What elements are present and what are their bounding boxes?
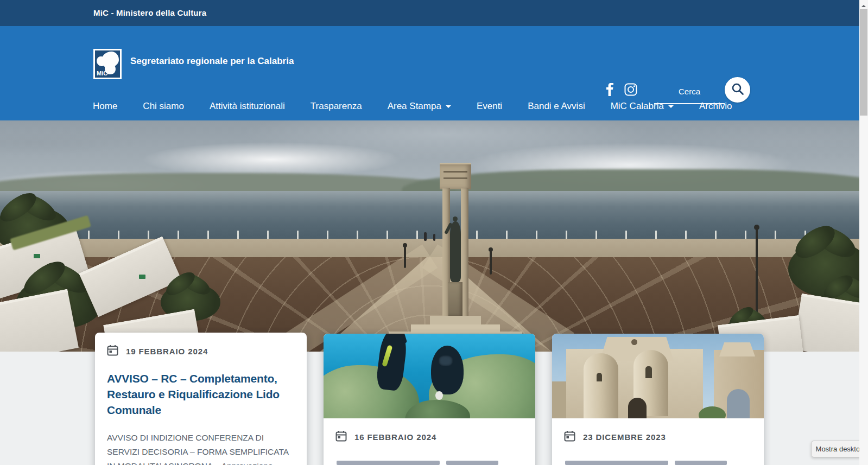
scrollbar-thumb[interactable] [860, 9, 867, 116]
news-date-row: 23 DICEMBRE 2023 [564, 430, 764, 443]
mic-logo[interactable]: MiC [93, 49, 122, 79]
nav-item-label: MiC Calabria [611, 101, 664, 112]
statue-icon [102, 52, 119, 68]
bollard [404, 246, 406, 268]
mic-logo-emblem: MiC [95, 50, 120, 78]
nav-item-home[interactable]: Home [93, 101, 117, 112]
stone-archway [714, 350, 764, 418]
site-name: Segretariato regionale per la Calabria [130, 56, 294, 67]
mic-logo-text: MiC [97, 70, 107, 77]
news-date-row: 19 FEBBRAIO 2024 [107, 345, 295, 358]
planter-box [793, 294, 859, 352]
pedestrian [433, 234, 435, 241]
browser-viewport: MiC - Ministero della Cultura MiC Segret… [0, 0, 868, 465]
news-date: 16 FEBBRAIO 2024 [354, 432, 436, 442]
pedestrian [424, 232, 427, 241]
facebook-icon[interactable] [606, 83, 613, 96]
nav-item-bandi-e-avvisi[interactable]: Bandi e Avvisi [528, 101, 585, 112]
news-title[interactable]: AVVISO – RC – Completamento, Restauro e … [107, 371, 295, 418]
divers-photo [324, 334, 535, 418]
site-header: MiC Segretariato regionale per la Calabr… [0, 26, 859, 120]
news-date: 19 FEBBRAIO 2024 [126, 347, 208, 356]
bollard [490, 251, 492, 275]
calendar-icon [107, 345, 118, 358]
window [645, 366, 652, 378]
news-card[interactable]: 16 FEBBRAIO 2024 [324, 334, 535, 465]
nav-item-attivita-istituzionali[interactable]: Attività istituzionali [210, 101, 285, 112]
monument-statue [450, 221, 461, 282]
news-card[interactable]: 19 FEBBRAIO 2024 AVVISO – RC – Completam… [95, 333, 307, 465]
news-date-row: 16 FEBBRAIO 2024 [335, 430, 535, 443]
clipped-title-fragment [337, 461, 440, 465]
scroll-up-arrow-icon[interactable] [861, 3, 866, 7]
vertical-scrollbar[interactable] [859, 0, 868, 465]
nav-item-archivio[interactable]: Archivio [699, 101, 732, 112]
main-nav: Home Chi siamo Attività istituzionali Tr… [93, 98, 732, 115]
calendar-icon [564, 430, 575, 443]
scuba-diver [431, 346, 464, 394]
news-card[interactable]: 23 DICEMBRE 2023 [552, 334, 764, 465]
monument-arch-top [440, 163, 471, 189]
nav-item-trasparenza[interactable]: Trasparenza [311, 101, 362, 112]
news-excerpt: AVVISO DI INDIZIONE CONFERENZA DI SERVIZ… [107, 431, 295, 465]
cathedral-tower [584, 353, 618, 418]
clipped-title-fragment [565, 461, 668, 465]
chevron-down-icon [668, 105, 674, 111]
instagram-icon[interactable] [624, 83, 637, 96]
clipped-title-fragment [675, 461, 727, 465]
cathedral-portal [628, 398, 647, 418]
garden-sign [34, 254, 40, 258]
nav-item-mic-calabria[interactable]: MiC Calabria [611, 101, 674, 112]
nav-item-eventi[interactable]: Eventi [477, 101, 502, 112]
clipped-title-fragment [446, 461, 498, 465]
cathedral-photo [552, 334, 764, 418]
monument-pedestal [448, 282, 462, 316]
chevron-down-icon [446, 105, 451, 111]
underwater-rock [324, 365, 419, 418]
nav-item-chi-siamo[interactable]: Chi siamo [143, 101, 184, 112]
top-bar: MiC - Ministero della Cultura [0, 0, 859, 26]
calendar-icon [335, 430, 347, 443]
hero-image [0, 120, 859, 352]
garden-sign [139, 275, 145, 279]
nav-item-area-stampa[interactable]: Area Stampa [388, 101, 451, 112]
window [597, 373, 602, 381]
ministry-title: MiC - Ministero della Cultura [93, 0, 206, 26]
round-window [631, 339, 637, 345]
nav-item-label: Area Stampa [388, 101, 441, 112]
news-date: 23 DICEMBRE 2023 [583, 432, 666, 442]
search-icon [731, 82, 744, 97]
